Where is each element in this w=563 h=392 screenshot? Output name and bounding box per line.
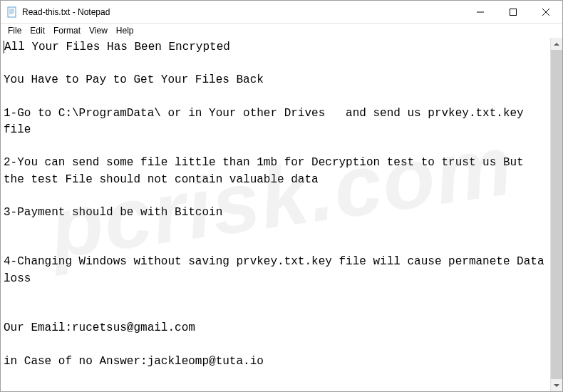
content-area: All Your Files Has Been Encrypted You Ha… [1, 38, 562, 391]
minimize-button[interactable] [464, 1, 497, 24]
menu-edit[interactable]: Edit [26, 24, 49, 37]
text-line: 3-Payment should be with Bitcoin [4, 206, 222, 219]
menu-file[interactable]: File [4, 24, 26, 37]
menu-help[interactable]: Help [112, 24, 138, 37]
text-line: 2-You can send some file little than 1mb… [4, 156, 530, 185]
close-button[interactable] [530, 1, 562, 24]
scroll-down-button[interactable] [551, 379, 562, 391]
menubar: File Edit Format View Help [1, 24, 562, 38]
window-controls [464, 1, 562, 23]
svg-marker-9 [554, 43, 559, 46]
text-line: You Have to Pay to Get Your Files Back [4, 73, 264, 86]
maximize-button[interactable] [497, 1, 530, 24]
scroll-up-button[interactable] [551, 38, 562, 50]
svg-rect-6 [510, 9, 517, 16]
window-title: Read-this.txt - Notepad [22, 7, 464, 17]
svg-marker-10 [554, 384, 559, 387]
text-line: 4-Changing Windows without saving prvkey… [4, 255, 550, 284]
text-line: Our Email:rucetsus@gmail.com [4, 321, 195, 334]
scroll-thumb[interactable] [551, 50, 562, 379]
scroll-track[interactable] [551, 50, 562, 379]
notepad-window: Read-this.txt - Notepad File Edit Format… [0, 0, 563, 392]
text-line: 1-Go to C:\ProgramData\ or in Your other… [4, 107, 537, 136]
vertical-scrollbar[interactable] [550, 38, 562, 391]
menu-view[interactable]: View [85, 24, 112, 37]
text-line: in Case of no Answer:jackleomp@tuta.io [4, 355, 264, 368]
titlebar: Read-this.txt - Notepad [1, 1, 562, 24]
text-editor[interactable]: All Your Files Has Been Encrypted You Ha… [1, 38, 550, 391]
text-line: All Your Files Has Been Encrypted [4, 41, 230, 53]
menu-format[interactable]: Format [49, 24, 85, 37]
notepad-icon [6, 6, 18, 18]
